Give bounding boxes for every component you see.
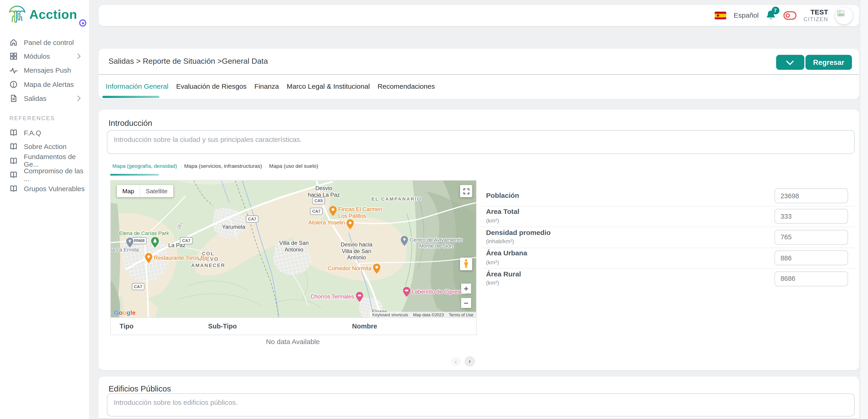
form-row-area-total: Area Total(km²) bbox=[482, 206, 855, 227]
active-map-tab-indicator bbox=[110, 174, 159, 176]
area-urbana-input[interactable] bbox=[775, 250, 848, 265]
sidebar-item-sobre-acction[interactable]: Sobre Acction bbox=[0, 140, 89, 154]
zoom-out-button[interactable]: − bbox=[461, 298, 471, 308]
alert-circle-icon bbox=[9, 80, 18, 88]
map-tab-servicios[interactable]: Mapa (servicios, infraestructuras) bbox=[184, 163, 262, 169]
terms-of-use-link[interactable]: Terms of Use bbox=[449, 312, 473, 317]
page-scrollbar[interactable] bbox=[860, 0, 868, 419]
map-label-la-ermita[interactable]: ia La Ermita bbox=[111, 246, 138, 253]
book-icon bbox=[9, 128, 18, 137]
sidebar-item-mensajes-push[interactable]: Mensajes Push bbox=[0, 63, 89, 78]
field-unit: (km²) bbox=[486, 259, 499, 265]
map-type-satellite-button[interactable]: Satellite bbox=[140, 185, 173, 197]
google-logo[interactable]: Google bbox=[114, 309, 136, 316]
road-shield: CA5 bbox=[312, 197, 325, 204]
umbrella-buildings-logo-icon bbox=[8, 5, 27, 23]
map-poi-restaurante-toros[interactable]: Restaurante Toros Bar bbox=[145, 253, 209, 263]
book-icon bbox=[9, 171, 18, 179]
brand-logo[interactable]: Acction bbox=[8, 5, 77, 23]
map-label-yarumela[interactable]: Yarumela bbox=[222, 224, 245, 230]
map-label-villa-san-antonio[interactable]: Villa de San Antonio bbox=[277, 240, 311, 252]
map-poi-chorros-termales[interactable]: Chorros Termales bbox=[311, 292, 363, 302]
sidebar: Acction Panel de control Módulos Mensaje… bbox=[0, 0, 89, 419]
map-poi-fincas[interactable]: Fincas El Carmen Los Palillos bbox=[330, 206, 382, 219]
map-label-desvio-vsa[interactable]: Desvio hacia Villa de San Antonio bbox=[340, 242, 373, 261]
sidebar-collapse-toggle[interactable] bbox=[79, 20, 86, 27]
pagination-next-button[interactable]: › bbox=[464, 356, 475, 366]
avatar[interactable] bbox=[835, 7, 852, 24]
sidebar-item-grupos-vulnerables[interactable]: Grupos Vulnerables bbox=[0, 182, 89, 196]
area-rural-input[interactable] bbox=[775, 271, 848, 286]
sidebar-item-faq[interactable]: F.A.Q bbox=[0, 126, 89, 140]
book-icon bbox=[9, 156, 18, 165]
map-tab-geografia[interactable]: Mapa (geografía, densidad) bbox=[113, 163, 177, 169]
area-total-input[interactable] bbox=[775, 209, 848, 224]
notifications-button[interactable]: 7 bbox=[766, 10, 776, 21]
divider bbox=[98, 74, 859, 75]
sidebar-item-label: Módulos bbox=[24, 53, 50, 60]
breadcrumb-tabs-card: Salidas > Reporte de Situación >General … bbox=[98, 49, 859, 99]
map-poi-comedor-normita[interactable]: Comedor Normita bbox=[328, 264, 380, 273]
field-label: Área Rural(km²) bbox=[486, 270, 521, 288]
map-poi-laberinto[interactable]: Laberinto de Cipreses bbox=[403, 287, 466, 297]
map-label-la-paz[interactable]: La Paz bbox=[168, 242, 186, 248]
zoom-in-button[interactable]: + bbox=[461, 283, 471, 293]
tab-finanza[interactable]: Finanza bbox=[254, 83, 279, 90]
book-icon bbox=[9, 143, 18, 151]
road-shield: RN68 bbox=[132, 237, 147, 244]
map-poi-centro-avivamiento[interactable]: Centro de Avivamiento Monte de Sión bbox=[401, 236, 463, 249]
keyboard-shortcuts-link[interactable]: Keyboard shortcuts bbox=[372, 312, 408, 317]
tab-marco-legal[interactable]: Marco Legal & Institucional bbox=[287, 83, 370, 90]
park-pin-icon[interactable] bbox=[151, 237, 159, 247]
tab-recomendaciones[interactable]: Recomendaciones bbox=[377, 83, 435, 90]
map-label-park[interactable]: Elena de Carías Park bbox=[119, 230, 169, 236]
buildings-textarea[interactable] bbox=[106, 393, 855, 417]
book-icon bbox=[9, 184, 18, 193]
map-tab-uso-suelo[interactable]: Mapa (uso del suelo) bbox=[269, 163, 318, 169]
map-poi-atolera[interactable]: Atolera Yoselin bbox=[308, 219, 354, 229]
form-row-area-urbana: Área Urbana(km²) bbox=[482, 247, 855, 268]
tab-informacion-general[interactable]: Información General bbox=[106, 83, 168, 90]
breadcrumb: Salidas > Reporte de Situación >General … bbox=[108, 56, 268, 65]
fullscreen-button[interactable] bbox=[460, 185, 472, 197]
sidebar-item-mapa-de-alertas[interactable]: Mapa de Alertas bbox=[0, 78, 89, 91]
back-button[interactable]: Regresar bbox=[805, 55, 852, 69]
intro-textarea[interactable] bbox=[106, 130, 855, 154]
sidebar-item-label: Grupos Vulnerables bbox=[24, 185, 85, 193]
church-pin-icon[interactable] bbox=[126, 238, 133, 247]
sidebar-item-panel-de-control[interactable]: Panel de control bbox=[0, 35, 89, 50]
language-selector[interactable]: Español bbox=[734, 12, 759, 20]
active-tab-indicator bbox=[102, 96, 159, 98]
user-info[interactable]: TEST CITIZEN bbox=[803, 8, 828, 23]
street-view-pegman[interactable] bbox=[460, 258, 472, 270]
map-type-control: Map Satellite bbox=[117, 185, 173, 197]
sidebar-item-label: Panel de control bbox=[24, 38, 74, 46]
map-type-map-button[interactable]: Map bbox=[117, 185, 140, 197]
document-icon bbox=[9, 94, 18, 103]
sidebar-references: F.A.Q Sobre Acction Fundamentos de Ge...… bbox=[0, 126, 89, 196]
tab-evaluacion-de-riesgos[interactable]: Evaluación de Riesgos bbox=[176, 83, 247, 90]
general-data-form: Población Area Total(km²) Densidad prome… bbox=[482, 186, 855, 289]
sidebar-item-label: Compromiso de las ... bbox=[24, 167, 89, 183]
column-header-tipo: Tipo bbox=[120, 318, 133, 334]
sidebar-item-fundamentos[interactable]: Fundamentos de Ge... bbox=[0, 154, 89, 168]
general-data-card: Introducción Mapa (geografía, densidad) … bbox=[98, 110, 859, 370]
record-toggle-icon[interactable] bbox=[783, 11, 796, 20]
densidad-input[interactable] bbox=[775, 230, 848, 245]
spain-flag-icon[interactable] bbox=[715, 12, 726, 20]
export-dropdown-button[interactable] bbox=[776, 55, 804, 69]
references-section-label: REFERENCES bbox=[9, 115, 55, 121]
pulse-icon bbox=[9, 66, 18, 74]
poblacion-input[interactable] bbox=[775, 188, 848, 203]
map-label-desvio-la-paz[interactable]: Desvio hacia La Paz bbox=[306, 185, 342, 198]
map-tabs: Mapa (geografía, densidad) Mapa (servici… bbox=[113, 163, 318, 169]
road-shield: CA7 bbox=[132, 283, 145, 290]
sidebar-item-compromiso[interactable]: Compromiso de las ... bbox=[0, 168, 89, 182]
pagination-prev-button[interactable]: ‹ bbox=[451, 357, 461, 366]
table-header: Tipo Sub-Tipo Nombre bbox=[111, 318, 476, 335]
sidebar-item-modulos[interactable]: Módulos bbox=[0, 50, 89, 63]
google-map[interactable]: CA5 CA7 CA7 RN68 CA7 CA7 261 Desvio haci… bbox=[111, 181, 476, 318]
sidebar-item-salidas[interactable]: Salidas bbox=[0, 91, 89, 106]
field-label: Area Total(km²) bbox=[486, 208, 519, 225]
table-empty-state: No data Available bbox=[110, 338, 475, 346]
